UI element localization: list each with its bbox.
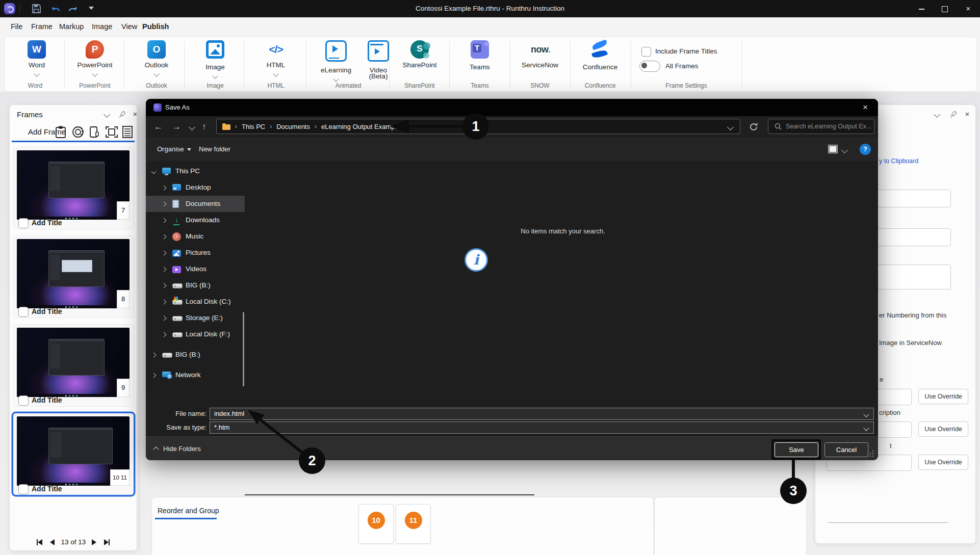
tree-item-desktop[interactable]: Desktop bbox=[146, 179, 245, 196]
tree-item-videos[interactable]: Videos bbox=[146, 261, 245, 277]
add-title-checkbox[interactable] bbox=[18, 307, 29, 317]
menu-publish[interactable]: Publish bbox=[142, 17, 169, 36]
last-frame-button[interactable] bbox=[104, 537, 110, 546]
clipboard-icon[interactable] bbox=[55, 125, 67, 139]
frame-screenshot: 7 bbox=[17, 150, 130, 220]
tree-item-storage-e[interactable]: Storage (E:) bbox=[146, 310, 245, 326]
dropdown-icon[interactable] bbox=[863, 411, 869, 417]
use-override-button[interactable]: Use Override bbox=[918, 455, 968, 470]
publish-powerpoint-button[interactable]: P PowerPoint bbox=[67, 40, 123, 78]
breadcrumb-this-pc[interactable]: This PC bbox=[242, 123, 265, 130]
previous-frame-button[interactable] bbox=[50, 539, 55, 545]
add-title-checkbox[interactable] bbox=[18, 395, 29, 406]
chevron-down-icon[interactable] bbox=[934, 111, 940, 118]
add-title-checkbox[interactable] bbox=[18, 484, 29, 494]
refresh-icon[interactable] bbox=[749, 122, 758, 131]
first-frame-button[interactable] bbox=[37, 537, 43, 546]
frame-thumbnail-10-11-selected[interactable]: 10 11 Add Title bbox=[13, 413, 134, 495]
publish-teams-button[interactable]: T Teams bbox=[452, 40, 508, 71]
back-icon[interactable]: ← bbox=[154, 116, 163, 138]
tree-item-documents-selected[interactable]: Documents bbox=[146, 196, 245, 212]
tree-item-downloads[interactable]: ↓ Downloads bbox=[146, 212, 245, 228]
menu-view[interactable]: View bbox=[121, 17, 137, 36]
search-input[interactable]: Search eLearning Output Ex... bbox=[768, 119, 874, 134]
frame-thumbnail-9[interactable]: 9 Add Title bbox=[13, 324, 134, 407]
all-frames-toggle[interactable] bbox=[639, 61, 660, 72]
chevron-down-icon[interactable] bbox=[104, 111, 110, 118]
reorder-tile-10[interactable]: 10 bbox=[358, 504, 394, 544]
drive-icon bbox=[172, 316, 183, 321]
hide-folders-button[interactable]: Hide Folders bbox=[163, 437, 201, 460]
publish-sharepoint-button[interactable]: S SharePoint bbox=[392, 40, 448, 69]
copy-to-clipboard-link-fragment[interactable]: y to Clipboard bbox=[879, 157, 918, 165]
button-label: Word bbox=[9, 61, 65, 69]
up-icon[interactable]: ↑ bbox=[202, 116, 207, 138]
group-label-powerpoint: PowerPoint bbox=[64, 82, 125, 89]
frame-thumbnail-7[interactable]: 7 Add Title bbox=[13, 147, 134, 229]
publish-confluence-button[interactable]: Confluence bbox=[572, 40, 628, 71]
tree-item-network[interactable]: Network bbox=[146, 367, 245, 383]
pin-icon[interactable] bbox=[947, 109, 959, 120]
breadcrumb-documents[interactable]: Documents bbox=[276, 123, 310, 130]
panel-splitter[interactable] bbox=[139, 104, 140, 553]
file-name-input[interactable]: index.html bbox=[210, 408, 874, 420]
view-mode-icon[interactable] bbox=[828, 145, 838, 153]
publish-servicenow-button[interactable]: now. ServiceNow bbox=[512, 40, 568, 69]
dialog-close-icon[interactable]: × bbox=[857, 100, 874, 115]
pin-icon[interactable] bbox=[116, 109, 128, 120]
frame-thumbnail-8[interactable]: 8 Add Title bbox=[13, 235, 134, 318]
use-override-button[interactable]: Use Override bbox=[918, 389, 968, 404]
include-frame-titles-checkbox[interactable] bbox=[641, 47, 651, 57]
close-button[interactable]: × bbox=[957, 0, 980, 17]
menu-image[interactable]: Image bbox=[92, 17, 112, 36]
tree-item-local-disk-f[interactable]: Local Disk (F:) bbox=[146, 326, 245, 342]
publish-word-button[interactable]: W Word bbox=[9, 40, 65, 78]
tree-scrollbar[interactable] bbox=[243, 312, 244, 386]
publish-html-button[interactable]: </> HTML bbox=[248, 40, 304, 78]
save-as-type-select[interactable]: *.htm bbox=[210, 421, 874, 434]
menu-markup[interactable]: Markup bbox=[59, 17, 84, 36]
use-override-button[interactable]: Use Override bbox=[918, 421, 968, 437]
close-icon[interactable]: × bbox=[131, 110, 139, 118]
resize-grip[interactable] bbox=[870, 453, 871, 454]
menu-frame[interactable]: Frame bbox=[31, 17, 53, 36]
publish-outlook-button[interactable]: O Outlook bbox=[128, 40, 185, 78]
tree-item-big-b-root[interactable]: BIG (B:) bbox=[146, 347, 245, 363]
frame-number-badge: 10 11 bbox=[110, 469, 130, 486]
tree-item-this-pc[interactable]: This PC bbox=[146, 163, 245, 179]
system-drive-icon bbox=[172, 300, 183, 305]
list-icon[interactable] bbox=[122, 125, 133, 139]
history-dropdown-icon[interactable] bbox=[189, 124, 195, 130]
capture-region-icon[interactable] bbox=[105, 125, 118, 139]
new-folder-button[interactable]: New folder bbox=[199, 138, 230, 161]
drive-icon bbox=[162, 353, 172, 358]
minimize-button[interactable] bbox=[910, 0, 933, 17]
tree-item-big-b[interactable]: BIG (B:) bbox=[146, 277, 245, 294]
dropdown-icon[interactable] bbox=[863, 425, 869, 431]
menu-bar: File Frame Markup Image View Publish bbox=[0, 17, 980, 36]
dialog-toolbar: Organise New folder ? bbox=[146, 138, 878, 162]
device-capture-icon[interactable] bbox=[88, 125, 100, 139]
tree-item-pictures[interactable]: Pictures bbox=[146, 245, 245, 261]
tree-item-local-disk-c[interactable]: Local Disk (C:) bbox=[146, 294, 245, 310]
group-divider bbox=[244, 41, 244, 88]
record-icon[interactable] bbox=[71, 125, 85, 139]
tree-item-music[interactable]: ♪ Music bbox=[146, 228, 245, 245]
organise-button[interactable]: Organise bbox=[157, 138, 191, 161]
close-icon[interactable]: × bbox=[963, 110, 971, 118]
publish-image-button[interactable]: Image bbox=[187, 40, 243, 80]
save-button[interactable]: Save bbox=[775, 442, 818, 457]
next-frame-button[interactable] bbox=[92, 539, 96, 545]
help-button[interactable]: ? bbox=[860, 144, 871, 155]
address-dropdown-icon[interactable] bbox=[727, 124, 734, 130]
view-dropdown-icon[interactable] bbox=[841, 147, 848, 153]
menu-file[interactable]: File bbox=[11, 17, 22, 36]
breadcrumb-elearning-output-example[interactable]: eLearning Output Example bbox=[321, 123, 400, 130]
group-divider bbox=[570, 41, 571, 88]
add-title-checkbox[interactable] bbox=[18, 218, 29, 228]
maximize-button[interactable] bbox=[933, 0, 957, 17]
cancel-button[interactable]: Cancel bbox=[824, 442, 868, 457]
forward-icon[interactable]: → bbox=[172, 116, 181, 138]
group-label-teams: Teams bbox=[449, 82, 510, 89]
reorder-tile-11[interactable]: 11 bbox=[396, 504, 431, 544]
